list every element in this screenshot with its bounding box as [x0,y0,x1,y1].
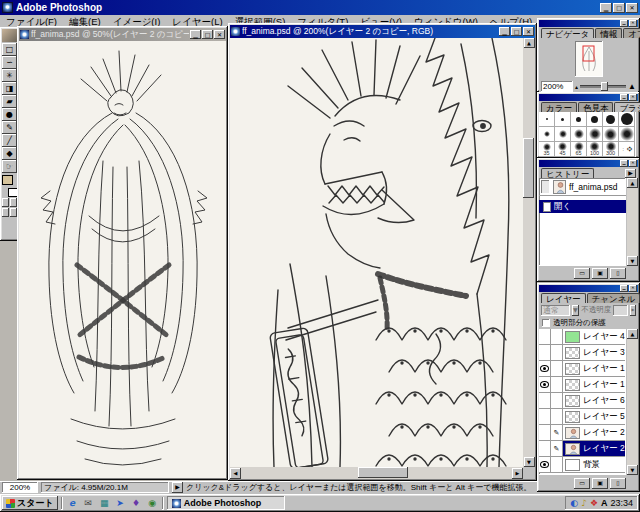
doc2-minimize-button[interactable]: ▁ [499,27,510,36]
visibility-toggle[interactable] [539,393,551,408]
tab-navigator[interactable]: ナビゲータ [541,28,594,38]
tab-history[interactable]: ヒストリー [541,168,594,178]
brush-preset[interactable] [603,112,619,127]
visibility-toggle[interactable] [539,441,551,456]
statusbar-zoom-field[interactable]: 200% [2,482,38,493]
brush-preset[interactable] [619,112,635,127]
photoshop-task-button[interactable]: Adobe Photoshop [167,496,285,510]
navigator-palette-titlebar[interactable]: ▁ ✕ [539,20,638,27]
marquee-tool[interactable]: □ [2,43,17,56]
new-layer-button[interactable]: ▣ [592,478,608,489]
history-snapshot-row[interactable]: ff_anima.psd [539,178,626,196]
history-scrollbar[interactable]: ▲ ▼ [627,178,638,266]
brush-preset[interactable] [571,112,587,127]
brush-preset[interactable] [555,112,571,127]
brush-preset[interactable]: 35 [539,142,555,157]
layer-link-cell[interactable] [551,345,563,360]
layer-row[interactable]: レイヤー 4 [539,329,625,345]
doc1-titlebar[interactable]: ff_anima.psd @ 50%(レイヤー 2 のコピー, RGB) ▁ □… [19,28,226,41]
brush-preset[interactable]: 45 [555,142,571,157]
network-tray-icon[interactable]: ◐ [570,498,578,508]
layer-link-cell[interactable] [551,361,563,376]
layer-row[interactable]: 背景 [539,457,625,473]
layer-link-cell[interactable] [551,409,563,424]
doc2-close-button[interactable]: ✕ [523,27,534,36]
mail-quicklaunch-icon[interactable]: ✉ [82,497,95,510]
brush-preset[interactable] [619,127,635,142]
palette-collapse-button[interactable]: ▁ [620,285,628,292]
scroll-right-arrow[interactable]: ▶ [512,468,523,479]
layer-link-cell[interactable] [551,393,563,408]
brushes-palette-titlebar[interactable]: ▁ ✕ [539,94,638,101]
tab-options[interactable]: オプション [623,28,640,38]
blend-mode-arrow[interactable]: ▼ [572,305,580,316]
scroll-up-arrow[interactable]: ▲ [524,38,535,48]
palette-close-button[interactable]: ✕ [629,94,637,101]
app-minimize-button[interactable]: ▁ [600,3,612,13]
layer-link-cell[interactable] [551,329,563,344]
full-screen-button[interactable] [10,208,17,217]
doc2-canvas[interactable] [230,38,523,467]
visibility-toggle[interactable] [539,329,551,344]
layers-scrollbar[interactable]: ▲ ▼ [627,329,638,475]
desktop-quicklaunch-icon[interactable]: ▦ [98,497,111,510]
layer-row[interactable]: レイヤー 5 [539,409,625,425]
new-snapshot-button[interactable]: ▣ [592,268,608,279]
stamp-tool[interactable]: ◨ [2,82,17,95]
add-layer-mask-button[interactable]: ▭ [574,478,590,489]
zoom-out-icon[interactable]: ▴ [575,83,578,90]
ime-mode-tray-icon[interactable]: A [601,498,608,508]
palette-close-button[interactable]: ✕ [629,20,637,27]
scroll-down-arrow[interactable]: ▼ [627,256,638,266]
layers-palette-titlebar[interactable]: ▁ ✕ [539,285,638,292]
visibility-toggle[interactable] [539,361,551,376]
layer-row[interactable]: レイヤー 1 [539,377,625,393]
scroll-up-arrow[interactable]: ▲ [627,329,638,339]
scroll-down-arrow[interactable]: ▼ [524,457,535,467]
navigator-thumbnail[interactable] [575,41,603,77]
pen-tool[interactable]: ✎ [2,121,17,134]
layer-link-cell[interactable]: ✎ [551,425,563,440]
airbrush-tool[interactable]: ✳ [2,69,17,82]
doc2-horizontal-scrollbar[interactable]: ◀ ▶ [230,467,523,479]
visibility-toggle[interactable] [539,345,551,360]
new-document-from-state-button[interactable]: ▭ [574,268,590,279]
scroll-down-arrow[interactable]: ▼ [627,465,638,475]
scroll-left-arrow[interactable]: ◀ [230,468,241,479]
visibility-toggle[interactable] [539,425,551,440]
brush-preset[interactable] [571,127,587,142]
doc2-vertical-scrollbar[interactable]: ▲ ▼ [523,38,535,467]
vertical-scroll-thumb[interactable] [523,138,534,198]
blur-tool[interactable]: ● [2,108,17,121]
media-quicklaunch-icon[interactable]: ♦ [130,497,143,510]
doc1-canvas[interactable] [19,41,226,478]
history-source-box[interactable] [541,180,550,194]
navigator-zoom-field[interactable]: 200% [541,81,573,92]
scroll-up-arrow[interactable]: ▲ [627,178,638,188]
delete-state-button[interactable]: ▯ [610,268,626,279]
channels-quicklaunch-icon[interactable]: ◉ [146,497,159,510]
app-maximize-button[interactable]: □ [613,3,625,13]
brush-preset[interactable] [603,127,619,142]
delete-layer-button[interactable]: ▯ [610,478,626,489]
brush-preset[interactable] [587,127,603,142]
layer-link-cell[interactable]: ✎ [551,441,563,456]
palette-collapse-button[interactable]: ▁ [620,160,628,167]
bucket-tool[interactable]: ◆ [2,147,17,160]
palette-collapse-button[interactable]: ▁ [620,20,628,27]
brush-preset[interactable]: 300 [603,142,619,157]
hand-tool[interactable]: ☞ [2,160,17,173]
tab-swatches[interactable]: 色見本 [578,102,614,112]
palette-close-button[interactable]: ✕ [629,285,637,292]
palette-collapse-button[interactable]: ▁ [620,94,628,101]
doc1-close-button[interactable]: ✕ [214,30,225,39]
brush-preset[interactable] [539,127,555,142]
tab-layers[interactable]: レイヤー [541,293,586,303]
ime-tray-icon[interactable]: ❖ [590,498,598,508]
ie-quicklaunch-icon[interactable]: e [66,497,79,510]
tab-info[interactable]: 情報 [595,28,622,38]
app-close-button[interactable]: ✕ [626,3,638,13]
standard-mode-button[interactable] [2,198,9,207]
history-palette-titlebar[interactable]: ▁ ✕ [539,160,638,167]
layer-row[interactable]: レイヤー 3 [539,345,625,361]
